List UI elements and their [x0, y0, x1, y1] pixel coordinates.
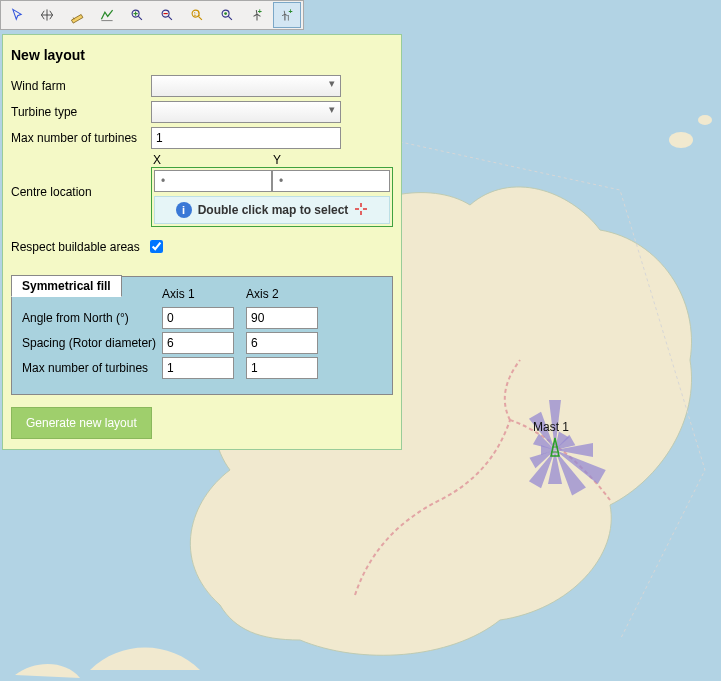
mast-label: Mast 1 [533, 420, 569, 434]
svg-line-9 [138, 16, 142, 20]
max-axis2-input[interactable] [246, 357, 318, 379]
pointer-tool[interactable] [3, 2, 31, 28]
zoom-extent-tool[interactable] [213, 2, 241, 28]
map-toolbar: 1:1 + + [0, 0, 304, 30]
turbine-tool[interactable]: + [243, 2, 271, 28]
angle-label: Angle from North (°) [22, 311, 162, 325]
svg-text:+: + [258, 8, 262, 15]
centre-y-input[interactable] [272, 170, 390, 192]
panel-title: New layout [11, 47, 393, 63]
axis2-header: Axis 2 [246, 287, 330, 301]
svg-rect-5 [71, 14, 82, 23]
axis1-header: Axis 1 [162, 287, 246, 301]
max-axis-label: Max number of turbines [22, 361, 162, 375]
max-axis1-input[interactable] [162, 357, 234, 379]
centre-x-input[interactable] [154, 170, 272, 192]
svg-point-1 [669, 132, 693, 148]
wind-farm-label: Wind farm [11, 79, 151, 93]
svg-line-19 [228, 16, 232, 20]
zoom-out-tool[interactable] [153, 2, 181, 28]
turbine-add-tool[interactable]: + [273, 2, 301, 28]
svg-line-13 [168, 16, 172, 20]
svg-text:1:1: 1:1 [194, 12, 201, 17]
respect-buildable-checkbox[interactable] [150, 240, 163, 253]
max-turbines-input[interactable] [151, 127, 341, 149]
spacing-axis1-input[interactable] [162, 332, 234, 354]
angle-axis2-input[interactable] [246, 307, 318, 329]
wind-farm-select[interactable] [151, 75, 341, 97]
zoom-reset-tool[interactable]: 1:1 [183, 2, 211, 28]
spacing-axis2-input[interactable] [246, 332, 318, 354]
y-header: Y [271, 153, 391, 167]
turbine-type-select[interactable] [151, 101, 341, 123]
double-click-hint: i Double click map to select [154, 196, 390, 224]
respect-buildable-label: Respect buildable areas [11, 240, 140, 254]
profile-tool[interactable] [93, 2, 121, 28]
svg-text:+: + [288, 8, 292, 15]
target-icon [354, 202, 368, 219]
svg-point-20 [224, 12, 227, 15]
new-layout-panel: New layout Wind farm Turbine type Max nu… [2, 34, 402, 450]
symmetrical-fill-tab[interactable]: Symmetrical fill [11, 275, 122, 297]
generate-layout-button[interactable]: Generate new layout [11, 407, 152, 439]
max-turbines-label: Max number of turbines [11, 131, 151, 145]
x-header: X [151, 153, 271, 167]
info-icon: i [176, 202, 192, 218]
ruler-tool[interactable] [63, 2, 91, 28]
double-click-hint-text: Double click map to select [198, 203, 349, 217]
angle-axis1-input[interactable] [162, 307, 234, 329]
svg-line-16 [198, 16, 202, 20]
zoom-in-tool[interactable] [123, 2, 151, 28]
centre-location-label: Centre location [11, 167, 151, 199]
spacing-label: Spacing (Rotor diameter) [22, 336, 162, 350]
pan-tool[interactable] [33, 2, 61, 28]
turbine-type-label: Turbine type [11, 105, 151, 119]
svg-point-2 [698, 115, 712, 125]
